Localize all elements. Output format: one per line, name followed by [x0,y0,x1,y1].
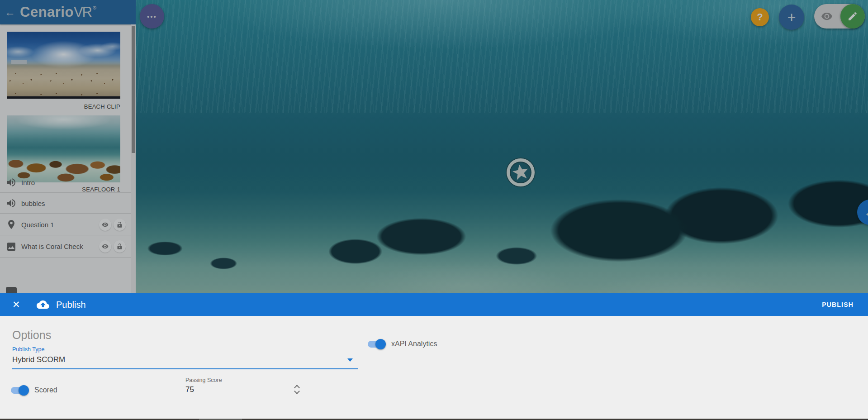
app-header: ← CenarioVR® [0,0,136,24]
scrollbar-thumb[interactable] [132,26,135,153]
sidebar-item-label: bubbles [21,200,131,207]
scene-viewport[interactable] [136,0,868,293]
visibility-button[interactable] [99,240,111,253]
logo-vr-text: VR [74,4,91,20]
clipped-item-icon [6,287,17,293]
lock-icon [116,243,123,250]
toggle-knob [375,339,386,349]
publish-type-value: Hybrid SCORM [12,355,358,364]
publish-type-label: Publish Type [12,346,358,353]
passing-score-label: Passing Score [185,377,300,383]
publish-type-select[interactable]: Hybrid SCORM [12,355,358,369]
scored-label: Scored [34,386,57,394]
row-actions [99,219,126,231]
dropdown-arrow-icon [347,358,353,362]
visibility-button[interactable] [99,219,111,231]
toggle-switch-on[interactable] [11,387,28,394]
scored-toggle[interactable]: Scored [11,386,57,394]
publish-options-body: Options Publish Type Hybrid SCORM xAPI A… [0,316,868,420]
close-button[interactable]: ✕ [12,299,22,310]
passing-score-field: Passing Score [185,377,300,398]
location-pin-icon [6,219,17,230]
logo-text: Cenario [20,4,74,20]
star-hotspot-icon [511,163,530,182]
options-heading: Options [12,329,51,342]
arrow-left-icon: ← [864,205,868,220]
sidebar-item-label: Question 1 [21,221,99,229]
toggle-knob [19,385,29,396]
image-icon [6,241,17,252]
cloud-upload-icon [37,298,49,311]
lock-icon [116,221,123,228]
lock-button[interactable] [114,219,126,231]
pencil-icon [847,11,858,22]
sidebar-item-what-is-coral-check[interactable]: What is Coral Check [0,236,131,258]
toggle-switch-on[interactable] [368,341,384,348]
seafloor-rocks [136,144,868,293]
back-button[interactable]: ← [0,6,20,19]
edit-mode-button[interactable] [840,4,865,29]
scene-sidebar: ← CenarioVR® BEACH CLIP SEAFLOOR 1 Intro… [0,0,136,293]
eye-icon [821,10,833,22]
more-options-button[interactable]: ••• [140,4,164,29]
sidebar-scrollbar[interactable] [131,24,136,293]
lock-button[interactable] [114,240,126,253]
sidebar-item-label: Intro [21,179,131,186]
speaker-icon [6,198,17,209]
eye-icon [102,243,109,250]
cenariovr-app: ••• ? + ← ← CenarioVR® BEACH CLIP SEAFLO… [0,0,868,420]
sidebar-item-bubbles[interactable]: bubbles [0,193,131,214]
row-actions [99,240,126,253]
ellipsis-icon: ••• [147,13,157,20]
registered-mark: ® [93,5,97,10]
passing-score-input[interactable] [185,385,276,394]
help-button[interactable]: ? [751,8,769,26]
publish-type-field: Publish Type Hybrid SCORM [12,346,358,369]
xapi-analytics-toggle[interactable]: xAPI Analytics [368,340,437,348]
stepper-down-icon[interactable] [294,388,300,394]
sidebar-item-intro[interactable]: Intro [0,172,131,193]
publish-panel-header: ✕ Publish PUBLISH [0,293,868,316]
scene-thumbnail-beach-clip[interactable] [7,32,120,99]
passing-score-input-box [185,385,300,398]
question-mark-icon: ? [757,11,763,23]
speaker-icon [6,177,17,188]
publish-panel: ✕ Publish PUBLISH Options Publish Type H… [0,293,868,420]
xapi-analytics-label: xAPI Analytics [391,340,437,348]
publish-panel-title: Publish [56,300,86,310]
number-stepper[interactable] [295,386,299,393]
preview-mode-button[interactable] [814,10,840,22]
plus-icon: + [787,10,796,24]
add-button[interactable]: + [779,5,804,30]
scene-label: BEACH CLIP [7,103,120,110]
scene-hotspot[interactable] [507,158,535,186]
view-edit-mode-toggle[interactable] [814,4,865,29]
eye-icon [102,221,109,228]
sidebar-item-label: What is Coral Check [21,243,99,250]
sidebar-item-question-1[interactable]: Question 1 [0,214,131,235]
cenariovr-logo: CenarioVR® [20,4,95,20]
publish-button[interactable]: PUBLISH [822,301,854,308]
